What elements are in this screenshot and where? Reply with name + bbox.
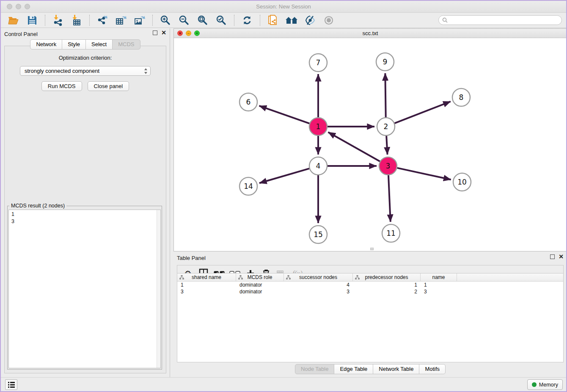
window-title: Session: New Session — [1, 3, 566, 10]
edge-2-8[interactable] — [395, 102, 451, 123]
zoom-out-icon[interactable] — [176, 14, 193, 27]
save-session-icon[interactable] — [24, 14, 41, 27]
run-mcds-button[interactable]: Run MCDS — [41, 81, 82, 91]
node-label-1: 1 — [316, 122, 321, 131]
edge-3-1[interactable] — [328, 132, 380, 161]
zoom-selected-icon[interactable] — [213, 14, 230, 27]
tab-network[interactable]: Network — [30, 39, 62, 50]
tab-motifs[interactable]: Motifs — [419, 364, 446, 374]
table-panel-title: Table Panel — [177, 255, 206, 261]
column-type-icon — [286, 275, 291, 280]
tab-mcds[interactable]: MCDS — [112, 39, 140, 50]
edge-4-14[interactable] — [259, 168, 309, 183]
criterion-selected-value: strongly connected component — [25, 68, 99, 74]
network-frame-titlebar[interactable]: ✕ − + scc.txt — [174, 29, 567, 38]
close-panel-button[interactable]: Close panel — [88, 81, 129, 91]
network-graph[interactable]: 7968124314101511 — [174, 38, 567, 251]
table-body: 1dominator4113dominator323 — [177, 282, 563, 295]
toolbar-separator — [260, 15, 260, 26]
column-header-MCDS-role[interactable]: MCDS role — [236, 273, 284, 281]
search-field[interactable] — [438, 15, 562, 25]
edge-2-3[interactable] — [386, 136, 387, 155]
column-header-successor-nodes[interactable]: successor nodes — [284, 273, 353, 281]
node-label-4: 4 — [316, 162, 321, 170]
column-header-shared-name[interactable]: shared name — [177, 273, 236, 281]
network-canvas[interactable]: 7968124314101511 — [174, 38, 567, 251]
node-label-3: 3 — [386, 162, 391, 170]
hide-graphics-details-icon[interactable] — [302, 14, 319, 27]
float-table-panel-icon[interactable] — [550, 254, 555, 259]
tab-node-table[interactable]: Node Table — [295, 364, 335, 374]
refresh-icon[interactable] — [239, 14, 256, 27]
status-bar: Memory — [1, 377, 566, 391]
toolbar-separator — [234, 15, 234, 26]
column-header-predecessor-nodes[interactable]: predecessor nodes — [353, 273, 421, 281]
tab-edge-table[interactable]: Edge Table — [334, 364, 373, 374]
node-label-11: 11 — [386, 229, 396, 237]
mcds-result-groupbox: MCDS result (2 nodes) 13 — [7, 206, 162, 370]
column-type-icon — [355, 275, 360, 280]
import-network-icon[interactable] — [50, 14, 66, 27]
copy-network-icon[interactable] — [264, 14, 281, 27]
app-window: Session: New Session — [0, 0, 567, 392]
network-view-frame: ✕ − + scc.txt 7968124314101511 — [173, 28, 567, 251]
edge-3-10[interactable] — [397, 168, 451, 180]
table-row[interactable]: 3dominator323 — [177, 288, 563, 295]
frame-resize-handle[interactable] — [370, 248, 374, 250]
node-label-14: 14 — [244, 182, 253, 190]
edge-1-6[interactable] — [259, 106, 309, 124]
search-icon — [442, 17, 448, 23]
search-input[interactable] — [450, 17, 558, 23]
zoom-fit-icon[interactable] — [194, 14, 211, 27]
export-image-icon[interactable] — [131, 14, 148, 27]
zoom-in-icon[interactable] — [157, 14, 174, 27]
table-tabs: Node TableEdge TableNetwork TableMotifs — [173, 364, 567, 374]
toolbar-separator — [152, 15, 153, 26]
export-network-icon[interactable] — [94, 14, 111, 27]
mcds-result-text[interactable]: 13 — [8, 210, 161, 368]
toolbar-separator — [45, 15, 45, 26]
node-label-9: 9 — [383, 58, 388, 66]
edge-3-11[interactable] — [388, 175, 391, 222]
first-neighbors-icon[interactable] — [283, 14, 300, 27]
node-label-6: 6 — [246, 98, 251, 106]
criterion-select[interactable]: strongly connected component — [20, 66, 151, 76]
tab-style[interactable]: Style — [62, 39, 86, 50]
column-header-name[interactable]: name — [421, 273, 457, 281]
result-scrollbar[interactable] — [157, 210, 160, 368]
toolbar-separator — [89, 15, 90, 26]
control-panel-tabs: NetworkStyleSelectMCDS — [1, 39, 170, 50]
float-panel-icon[interactable] — [153, 30, 157, 35]
edge-2-9[interactable] — [385, 73, 385, 117]
node-label-7: 7 — [316, 58, 321, 67]
network-frame-title: scc.txt — [174, 30, 567, 36]
column-type-icon — [238, 275, 243, 280]
control-panel-title: Control Panel — [4, 31, 38, 37]
node-label-2: 2 — [384, 122, 388, 131]
close-panel-icon[interactable]: ✕ — [161, 30, 166, 35]
tab-select[interactable]: Select — [85, 39, 113, 50]
table-panel-header: Table Panel ✕ — [173, 252, 567, 263]
import-table-icon[interactable] — [68, 14, 85, 27]
title-bar: Session: New Session — [1, 1, 566, 13]
table-row[interactable]: 1dominator411 — [177, 282, 563, 288]
memory-button[interactable]: Memory — [527, 379, 563, 390]
table-header-row: shared nameMCDS rolesuccessor nodesprede… — [177, 273, 563, 282]
task-history-button[interactable] — [5, 379, 17, 390]
control-panel-header: Control Panel ✕ — [1, 28, 170, 39]
show-graphics-details-icon[interactable] — [320, 14, 337, 27]
select-stepper-icon — [144, 68, 148, 75]
open-file-icon[interactable] — [5, 14, 22, 27]
main-toolbar — [1, 13, 566, 28]
table-panel: Table Panel ✕ ⚙ — [173, 252, 567, 378]
mcds-result-legend: MCDS result (2 nodes) — [9, 203, 66, 209]
node-label-8: 8 — [459, 93, 464, 102]
memory-status-icon — [532, 382, 537, 387]
tab-network-table[interactable]: Network Table — [373, 364, 419, 374]
close-table-panel-icon[interactable]: ✕ — [559, 254, 564, 259]
control-panel: Control Panel ✕ NetworkStyleSelectMCDS O… — [1, 28, 170, 377]
node-table: shared nameMCDS rolesuccessor nodesprede… — [177, 273, 564, 362]
export-table-icon[interactable] — [113, 14, 129, 27]
column-type-icon — [179, 275, 184, 280]
node-label-10: 10 — [457, 178, 467, 186]
